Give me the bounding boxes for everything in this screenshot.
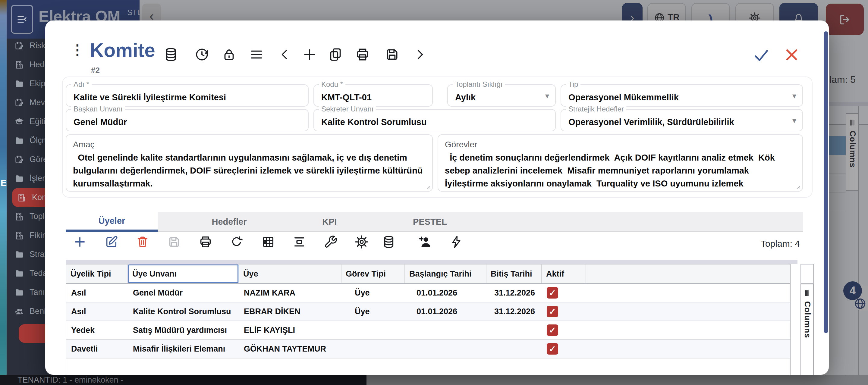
sekreter-unvani-field[interactable]: Sekreter Unvanı Kalite Kontrol Sorumlusu <box>313 109 556 131</box>
history-icon[interactable] <box>194 47 210 62</box>
sidebar-collapse-button[interactable] <box>11 5 33 34</box>
column-header-aktif[interactable]: Aktif <box>542 264 586 283</box>
grid-actions-button[interactable] <box>450 235 463 249</box>
kebab-menu-icon[interactable]: ⋮ <box>70 43 84 57</box>
column-header-uye[interactable]: Üye <box>239 264 341 283</box>
cell-gorev-tipi[interactable] <box>341 321 405 339</box>
cell-uye[interactable]: NAZIM KARA <box>239 284 341 302</box>
building-icon <box>14 212 24 221</box>
grid-refresh-button[interactable] <box>230 235 244 249</box>
table-row[interactable]: Asıl Kalite Kontrol Sorumlusu EBRAR DİKE… <box>66 302 790 321</box>
users-check-icon <box>14 307 24 316</box>
cell-bitis[interactable] <box>487 340 542 358</box>
grid-save-button[interactable] <box>167 235 181 249</box>
grid-add-button[interactable] <box>73 235 87 249</box>
sekreter-unvani-value: Kalite Kontrol Sorumlusu <box>321 117 427 127</box>
kodu-field[interactable]: Kodu * KMT-QLT-01 <box>313 84 433 107</box>
gorevler-value: İç denetim sonuçlarını değerlendirmek Aç… <box>445 151 793 190</box>
table-row[interactable]: Yedek Satış Müdürü yardımcısı ELİF KAYIŞ… <box>66 321 790 340</box>
baskan-unvani-field[interactable]: Başkan Unvanı Genel Müdür <box>66 109 309 131</box>
tab-strip: Hedefler KPI PESTEL <box>158 212 803 232</box>
adi-field[interactable]: Adı * Kalite ve Sürekli İyileştirme Komi… <box>66 84 309 107</box>
aktif-checkbox[interactable]: ✓ <box>547 324 558 336</box>
column-header-uye-unvani[interactable]: Üye Unvanı <box>128 264 239 283</box>
grid-excel-export-button[interactable] <box>261 235 275 249</box>
amac-textarea[interactable]: Amaç Otel genelinde kalite standartların… <box>66 134 433 192</box>
grid-database-button[interactable] <box>382 235 396 249</box>
kodu-value: KMT-QLT-01 <box>321 93 372 102</box>
resize-grip-icon[interactable] <box>794 183 801 189</box>
cell-baslangic[interactable]: 01.01.2026 <box>405 302 487 321</box>
aktif-checkbox[interactable]: ✓ <box>547 287 558 298</box>
kodu-label: Kodu * <box>319 80 345 89</box>
cell-uyelik-tipi[interactable]: Asıl <box>66 284 128 302</box>
cell-uyelik-tipi[interactable]: Yedek <box>66 321 128 339</box>
cell-filler <box>586 321 790 339</box>
cell-uye-unvani[interactable]: Kalite Kontrol Sorumlusu <box>128 302 239 321</box>
cell-bitis[interactable]: 31.12.2026 <box>487 302 542 321</box>
menu-icon[interactable] <box>249 47 264 62</box>
grid-add-member-button[interactable] <box>418 235 432 249</box>
toplanti-sikligi-select[interactable]: Toplantı Sıklığı Aylık ▾ <box>447 84 556 107</box>
dialog-scrollbar[interactable] <box>824 31 828 333</box>
stratejik-hedefler-select[interactable]: Stratejik Hedefler Operasyonel Verimlili… <box>561 109 803 131</box>
cell-uye[interactable]: EBRAR DİKEN <box>239 302 341 321</box>
column-header-gorev-tipi[interactable]: Görev Tipi <box>341 264 405 283</box>
grid-settings-button[interactable] <box>355 235 369 249</box>
tenant-bar-dim <box>367 375 868 385</box>
tab-hedefler[interactable]: Hedefler <box>179 212 279 231</box>
cell-uye-unvani[interactable]: Satış Müdürü yardımcısı <box>128 321 239 339</box>
cell-bitis[interactable]: 31.12.2026 <box>487 284 542 302</box>
grid-delete-button[interactable] <box>135 235 150 249</box>
add-record-icon[interactable] <box>302 47 317 62</box>
cell-gorev-tipi[interactable]: Üye <box>341 302 405 321</box>
cell-uyelik-tipi[interactable]: Asıl <box>66 302 128 321</box>
cell-baslangic[interactable] <box>405 340 487 358</box>
tab-kpi[interactable]: KPI <box>279 212 380 231</box>
lock-icon[interactable] <box>221 47 237 62</box>
cell-uyelik-tipi[interactable]: Davetli <box>66 340 128 358</box>
cell-uye-unvani[interactable]: Misafir İlişkileri Elemanı <box>128 340 239 358</box>
grid-row-height-button[interactable] <box>292 235 306 249</box>
resize-grip-icon[interactable] <box>424 183 430 189</box>
aktif-checkbox[interactable]: ✓ <box>547 343 558 355</box>
save-icon[interactable] <box>384 47 400 62</box>
cell-baslangic[interactable]: 01.01.2026 <box>405 284 487 302</box>
column-header-uyelik-tipi[interactable]: Üyelik Tipi <box>66 264 128 283</box>
grid-edit-button[interactable] <box>104 235 119 249</box>
confirm-button[interactable] <box>752 46 770 64</box>
cell-bitis[interactable] <box>487 321 542 339</box>
cell-uye[interactable]: GÖKHAN TAYTEMUR <box>239 340 341 358</box>
table-row[interactable]: Davetli Misafir İlişkileri Elemanı GÖKHA… <box>66 340 790 358</box>
column-header-filler <box>586 264 790 283</box>
tab-pestel[interactable]: PESTEL <box>380 212 480 231</box>
chevron-down-icon: ▾ <box>545 91 549 101</box>
baskan-unvani-label: Başkan Unvanı <box>71 105 125 113</box>
database-icon[interactable] <box>163 47 179 62</box>
record-number: #2 <box>91 66 100 75</box>
cell-gorev-tipi[interactable]: Üye <box>341 284 405 302</box>
duplicate-icon[interactable] <box>328 47 343 62</box>
close-button[interactable] <box>783 46 800 63</box>
menu-fold-icon <box>16 13 28 26</box>
tip-select[interactable]: Tip Operasyonel Mükemmellik ▾ <box>561 84 803 107</box>
cell-uye-unvani[interactable]: Genel Müdür <box>128 284 239 302</box>
desktop-stray-letter: E <box>1 178 7 188</box>
print-icon[interactable] <box>355 47 370 62</box>
tab-uyeler[interactable]: Üyeler <box>66 212 158 232</box>
column-header-bitis[interactable]: Bitiş Tarihi <box>487 264 542 283</box>
aktif-checkbox[interactable]: ✓ <box>547 306 558 317</box>
grid-columns-panel-tab[interactable]: Columns <box>801 284 814 375</box>
column-header-baslangic[interactable]: Başlangıç Tarihi <box>405 264 487 283</box>
grid-print-button[interactable] <box>198 235 213 249</box>
next-record-icon[interactable] <box>412 47 427 62</box>
grid-total-count: Toplam: 4 <box>761 238 800 249</box>
previous-record-icon[interactable] <box>277 47 292 62</box>
gorevler-textarea[interactable]: Görevler İç denetim sonuçlarını değerlen… <box>438 134 803 192</box>
cell-uye[interactable]: ELİF KAYIŞLI <box>239 321 341 339</box>
cell-filler <box>586 302 790 321</box>
table-row[interactable]: Asıl Genel Müdür NAZIM KARA Üye 01.01.20… <box>66 284 790 302</box>
cell-gorev-tipi[interactable] <box>341 340 405 358</box>
cell-baslangic[interactable] <box>405 321 487 339</box>
grid-tools-button[interactable] <box>324 235 338 249</box>
